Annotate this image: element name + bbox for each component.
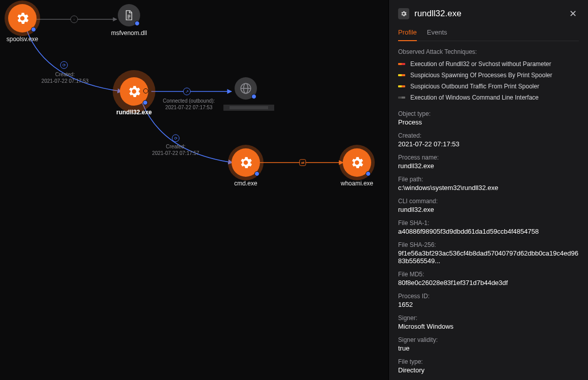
edge-label-created-2: Created: 2021-07-22 07:17:57 xyxy=(152,143,200,156)
profile-field: Process ID:1652 xyxy=(398,293,579,308)
profile-fields: Object type:ProcessCreated:2021-07-22 07… xyxy=(398,110,579,380)
node-label: rundll32.exe xyxy=(104,109,165,116)
node-label: whoami.exe xyxy=(326,180,387,187)
details-panel: rundll32.exe ✕ Profile Events Observed A… xyxy=(388,0,588,380)
status-dot xyxy=(254,171,259,176)
profile-field: File SHA-256:9f1e56a3bf293ac536cf4b8dad5… xyxy=(398,241,579,265)
gear-icon xyxy=(398,8,409,19)
field-value: 1652 xyxy=(398,301,579,308)
node-spoolsv[interactable]: spoolsv.exe xyxy=(0,4,53,43)
gear-icon xyxy=(349,155,365,170)
edge-marker-exec: ⇄ xyxy=(300,160,306,166)
profile-field: File type:Directory xyxy=(398,358,579,374)
profile-field: Process name:rundll32.exe xyxy=(398,154,579,170)
gear-icon xyxy=(126,84,142,99)
field-key: CLI command: xyxy=(398,198,579,205)
field-value: rundll32.exe xyxy=(398,206,579,213)
field-value: true xyxy=(398,344,579,352)
field-value: c:\windows\system32\rundll32.exe xyxy=(398,184,579,192)
field-value: a40886f98905f3d9dbdd61da1d59ccb4f4854758 xyxy=(398,228,579,235)
svg-rect-3 xyxy=(223,105,274,111)
field-value: rundll32.exe xyxy=(398,162,579,170)
status-dot xyxy=(366,171,371,176)
field-key: File type: xyxy=(398,358,579,365)
severity-badge xyxy=(398,85,405,87)
technique-item[interactable]: Execution of Windows Command Line Interf… xyxy=(398,92,579,103)
field-value: 2021-07-22 07:17:53 xyxy=(398,140,579,148)
node-msfvenom[interactable]: msfvenom.dll xyxy=(99,4,159,37)
select-dot xyxy=(143,88,148,93)
field-key: Object type: xyxy=(398,110,579,117)
node-internet[interactable] xyxy=(215,77,276,103)
status-dot xyxy=(135,21,140,26)
severity-badge xyxy=(398,63,405,65)
profile-field: Created:2021-07-22 07:17:53 xyxy=(398,132,579,148)
edge-marker-created-2: ⟳ xyxy=(172,135,180,142)
globe-icon xyxy=(239,82,252,95)
status-dot xyxy=(143,100,148,105)
status-dot xyxy=(251,94,256,99)
field-key: Process name: xyxy=(398,154,579,161)
edge-label-outbound: Connected (outbound): 2021-07-22 07:17:5… xyxy=(163,98,215,111)
field-key: File SHA-256: xyxy=(398,241,579,248)
file-icon xyxy=(123,9,135,22)
severity-badge xyxy=(398,97,405,99)
edge-marker-file: ▫ xyxy=(71,16,78,23)
field-value: 9f1e56a3bf293ac536cf4b8dad57040797d62dbb… xyxy=(398,249,579,265)
severity-badge xyxy=(398,74,405,76)
field-key: Signer: xyxy=(398,314,579,322)
field-key: Process ID: xyxy=(398,293,579,300)
edge-marker-created-1: ⟳ xyxy=(60,61,68,69)
node-whoami[interactable]: whoami.exe xyxy=(326,148,387,187)
profile-field: CLI command:rundll32.exe xyxy=(398,198,579,213)
process-graph-canvas[interactable]: ▫ ⟳ ↗ ⟳ ⇄ Created: 2021-07-22 07:17:53 C… xyxy=(0,0,388,380)
node-label: spoolsv.exe xyxy=(0,36,53,43)
node-cmd[interactable]: cmd.exe xyxy=(215,148,276,187)
field-value: Process xyxy=(398,118,579,126)
status-dot xyxy=(31,27,36,32)
profile-field: File path:c:\windows\system32\rundll32.e… xyxy=(398,176,579,192)
field-key: Signer validity: xyxy=(398,336,579,343)
technique-text: Suspicious Outbound Traffic From Print S… xyxy=(410,83,539,90)
profile-field: Object type:Process xyxy=(398,110,579,126)
edge-label-created-1: Created: 2021-07-22 07:17:53 xyxy=(42,71,89,84)
profile-field: File SHA-1:a40886f98905f3d9dbdd61da1d59c… xyxy=(398,219,579,235)
field-key: File MD5: xyxy=(398,271,579,278)
node-label: cmd.exe xyxy=(215,180,276,187)
node-label: msfvenom.dll xyxy=(99,29,159,37)
svg-rect-4 xyxy=(230,106,268,109)
field-key: File path: xyxy=(398,176,579,183)
gear-icon xyxy=(15,11,30,26)
field-value: 80f8e0c26028e83f1ef371d7b44de3df xyxy=(398,279,579,287)
technique-item[interactable]: Suspicious Spawning Of Processes By Prin… xyxy=(398,70,579,81)
techniques-list: Execution of Rundll32 or Svchost without… xyxy=(398,58,579,103)
field-key: File SHA-1: xyxy=(398,219,579,227)
close-icon[interactable]: ✕ xyxy=(567,6,579,21)
field-key: Created: xyxy=(398,132,579,139)
tab-events[interactable]: Events xyxy=(427,25,447,41)
profile-field: Signer validity:true xyxy=(398,336,579,352)
techniques-header: Observed Attack Techniques: xyxy=(398,48,579,55)
profile-field: Signer:Microsoft Windows xyxy=(398,314,579,330)
field-value: Microsoft Windows xyxy=(398,323,579,330)
panel-title: rundll32.exe xyxy=(414,9,562,19)
graph-edges xyxy=(0,0,388,380)
field-value: Directory xyxy=(398,366,579,374)
edge-marker-outbound: ↗ xyxy=(183,88,191,96)
technique-text: Execution of Rundll32 or Svchost without… xyxy=(410,60,551,68)
node-rundll32[interactable]: rundll32.exe xyxy=(104,77,165,116)
technique-item[interactable]: Execution of Rundll32 or Svchost without… xyxy=(398,58,579,70)
profile-field: File MD5:80f8e0c26028e83f1ef371d7b44de3d… xyxy=(398,271,579,287)
tab-profile[interactable]: Profile xyxy=(398,25,417,41)
gear-icon xyxy=(238,155,253,170)
technique-text: Execution of Windows Command Line Interf… xyxy=(410,94,539,101)
panel-tabs: Profile Events xyxy=(398,25,579,41)
technique-text: Suspicious Spawning Of Processes By Prin… xyxy=(410,72,552,79)
technique-item[interactable]: Suspicious Outbound Traffic From Print S… xyxy=(398,81,579,92)
